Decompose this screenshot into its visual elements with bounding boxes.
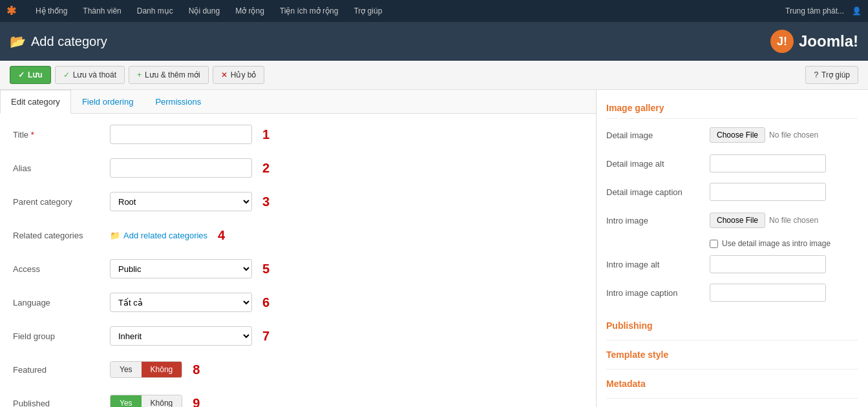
folder-icon-small: 📁 [110,231,120,240]
access-select[interactable]: Public [110,259,252,278]
language-select[interactable]: Tất cả [110,293,252,312]
save-button[interactable]: ✓ Lưu [10,66,51,84]
detail-image-caption-input[interactable] [710,183,826,201]
related-categories-row: Related categories 📁 Add related categor… [13,224,583,246]
intro-image-label: Intro image [606,216,710,225]
intro-image-control: Choose File No file chosen [710,213,858,228]
detail-image-caption-row: Detail image caption [606,182,858,202]
image-gallery-header: Image gallery [606,96,858,119]
nav-item-system[interactable]: Hệ thống [29,3,74,19]
template-style-section[interactable]: Template style [606,340,858,370]
publishing-header: Publishing [606,317,858,335]
nav-item-plugins[interactable]: Tiện ích mở rộng [273,3,345,19]
tab-permissions[interactable]: Permissions [144,90,212,114]
toolbar: ✓ Lưu ✓ Lưu và thoát + Lưu & thêm mới ✕ … [0,61,868,90]
intro-image-caption-label: Intro image caption [606,288,710,298]
metadata-section[interactable]: Metadata [606,370,858,399]
parent-category-row: Parent category Root 3 [13,191,583,213]
plus-icon: + [137,70,142,79]
times-icon: ✕ [221,70,228,79]
intro-image-no-file: No file chosen [769,216,818,225]
save-exit-button[interactable]: ✓ Lưu và thoát [55,66,125,84]
step-2: 2 [262,161,270,176]
alias-input[interactable] [110,158,252,178]
use-detail-image-label: Use detail image as intro image [722,239,831,248]
cancel-button[interactable]: ✕ Hủy bỏ [213,66,265,84]
intro-image-caption-input[interactable] [710,284,826,302]
check-icon: ✓ [18,70,25,79]
field-group-control-wrap: Inherit 7 [110,326,583,346]
nav-item-categories[interactable]: Danh mục [131,3,180,19]
published-no-button[interactable]: Không [142,395,182,407]
joomla-text: Joomla! [799,32,858,50]
edit-category-form: Title * 1 Alias 2 Parent category [0,114,596,407]
featured-label: Featured [13,365,110,375]
intro-image-alt-input[interactable] [710,255,826,273]
field-group-row: Field group Inherit 7 [13,325,583,347]
title-control-wrap: 1 [110,125,583,144]
save-new-button[interactable]: + Lưu & thêm mới [129,66,209,84]
admin-link[interactable]: Trung tâm phát... [785,6,844,16]
svg-text:J!: J! [777,35,787,48]
field-group-select[interactable]: Inherit [110,326,252,346]
left-panel: Edit category Field ordering Permissions… [0,90,597,407]
intro-image-alt-label: Intro image alt [606,260,710,269]
tab-edit-category[interactable]: Edit category [0,90,71,114]
intro-image-caption-row: Intro image caption [606,283,858,302]
folder-icon: 📂 [10,34,26,49]
user-icon[interactable]: 👤 [852,6,862,16]
intro-image-alt-row: Intro image alt [606,255,858,274]
title-required: * [31,130,34,140]
page-header: 📂 Add category J! Joomla! [0,22,868,61]
detail-image-row: Detail image Choose File No file chosen [606,125,858,145]
detail-image-alt-label: Detail image alt [606,159,710,169]
access-control-wrap: Public 5 [110,259,583,278]
alias-control-wrap: 2 [110,158,583,178]
nav-right: Trung tâm phát... 👤 [785,6,862,16]
language-control-wrap: Tất cả 6 [110,293,583,312]
detail-image-caption-control [710,183,858,201]
access-label: Access [13,264,110,274]
parent-category-label: Parent category [13,197,110,207]
intro-image-choose-file-button[interactable]: Choose File [710,213,765,228]
nav-item-members[interactable]: Thành viên [76,3,127,19]
tab-field-ordering[interactable]: Field ordering [71,90,145,114]
nav-item-content[interactable]: Nội dung [182,3,226,19]
params-section[interactable]: Params [606,399,858,407]
nav-item-help[interactable]: Trợ giúp [347,3,388,19]
featured-row: Featured Yes Không 8 [13,359,583,381]
detail-image-alt-row: Detail image alt [606,154,858,173]
featured-no-button[interactable]: Không [142,362,182,377]
detail-image-choose-file-button[interactable]: Choose File [710,127,765,143]
params-header: Params [606,404,858,407]
add-related-categories-link[interactable]: 📁 Add related categories [110,231,207,240]
alias-label: Alias [13,163,110,173]
tab-bar: Edit category Field ordering Permissions [0,90,596,114]
parent-category-select[interactable]: Root [110,192,252,211]
top-navigation: ✱ Hệ thống Thành viên Danh mục Nội dung … [0,0,868,22]
detail-image-no-file: No file chosen [769,130,818,140]
parent-category-control-wrap: Root 3 [110,192,583,211]
use-detail-image-checkbox[interactable] [710,240,718,248]
title-row: Title * 1 [13,123,583,145]
title-input[interactable] [110,125,252,144]
published-yes-button[interactable]: Yes [111,395,142,407]
intro-image-row: Intro image Choose File No file chosen [606,211,858,230]
step-1: 1 [262,127,270,142]
featured-control-wrap: Yes Không 8 [110,361,583,378]
language-row: Language Tất cả 6 [13,291,583,313]
featured-toggle: Yes Không [110,361,182,378]
help-button[interactable]: ? Trợ giúp [805,66,858,84]
metadata-header: Metadata [606,375,858,393]
nav-menu: Hệ thống Thành viên Danh mục Nội dung Mở… [29,3,785,19]
publishing-section[interactable]: Publishing [606,311,858,340]
template-style-header: Template style [606,346,858,364]
detail-image-control: Choose File No file chosen [710,127,858,143]
intro-image-alt-control [710,255,858,273]
nav-item-extend[interactable]: Mở rộng [229,3,271,19]
featured-yes-button[interactable]: Yes [111,362,142,377]
detail-image-alt-input[interactable] [710,154,826,172]
use-detail-image-row: Use detail image as intro image [710,239,858,248]
right-panel: Image gallery Detail image Choose File N… [597,90,868,407]
step-7: 7 [262,329,270,344]
